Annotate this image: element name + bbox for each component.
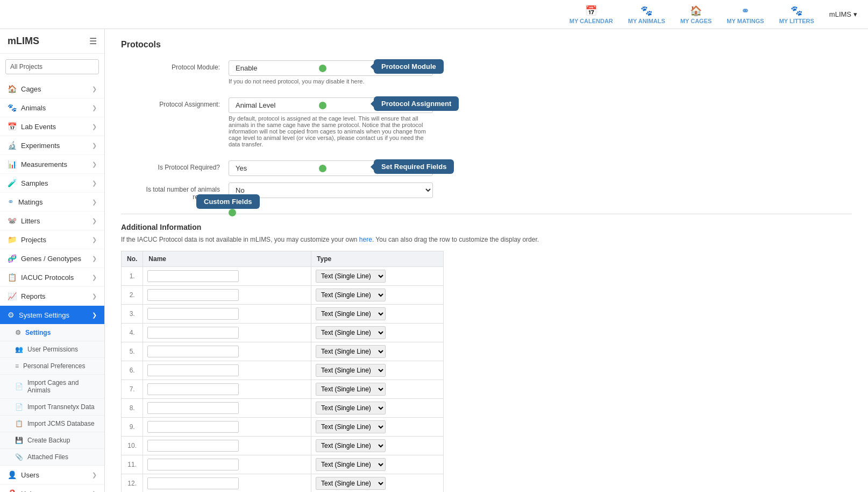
sub-item-label: Import JCMS Database (27, 420, 95, 427)
cell-name[interactable] (143, 399, 311, 418)
type-select[interactable]: Text (Single Line) Text (Multi Line) Num… (316, 458, 386, 471)
type-select[interactable]: Text (Single Line) Text (Multi Line) Num… (316, 420, 386, 433)
name-input[interactable] (147, 440, 239, 452)
cell-type[interactable]: Text (Single Line) Text (Multi Line) Num… (311, 474, 444, 493)
cell-type[interactable]: Text (Single Line) Text (Multi Line) Num… (311, 455, 444, 474)
name-input[interactable] (147, 346, 239, 357)
user-menu[interactable]: mLIMS ▾ (829, 10, 857, 18)
sub-item-import-cages-animals[interactable]: 📄 Import Cages and Animals (0, 375, 104, 399)
type-select[interactable]: Text (Single Line) Text (Multi Line) Num… (316, 289, 386, 301)
name-input[interactable] (147, 327, 239, 339)
hamburger-icon[interactable]: ☰ (89, 36, 97, 46)
cell-type[interactable]: Text (Single Line) Text (Multi Line) Num… (311, 418, 444, 437)
cell-name[interactable] (143, 380, 311, 399)
sub-item-import-jcms[interactable]: 📋 Import JCMS Database (0, 416, 104, 432)
settings-sub-icon: ⚙ (15, 329, 21, 336)
cell-name[interactable] (143, 474, 311, 493)
cell-name[interactable] (143, 267, 311, 286)
sidebar-item-matings[interactable]: ⚭ Matings ❯ (0, 193, 104, 212)
sidebar-item-projects[interactable]: 📁 Projects ❯ (0, 230, 104, 249)
sidebar-item-cages[interactable]: 🏠 Cages ❯ (0, 80, 104, 99)
import-cages-sub-icon: 📄 (15, 383, 23, 390)
cell-type[interactable]: Text (Single Line) Text (Multi Line) Num… (311, 437, 444, 455)
sidebar-item-help[interactable]: ❓ Help ❯ (0, 484, 104, 492)
cell-name[interactable] (143, 361, 311, 380)
sub-item-create-backup[interactable]: 💾 Create Backup (0, 432, 104, 449)
cell-no: 9. (122, 418, 143, 437)
cell-name[interactable] (143, 342, 311, 361)
name-input[interactable] (147, 402, 239, 414)
sidebar-item-litters[interactable]: 🐭 Litters ❯ (0, 212, 104, 230)
type-select[interactable]: Text (Single Line) Text (Multi Line) Num… (316, 326, 386, 339)
name-input[interactable] (147, 421, 239, 433)
sidebar-item-users[interactable]: 👤 Users ❯ (0, 466, 104, 484)
my-litters-nav[interactable]: 🐾 MY LITTERS (779, 5, 814, 24)
my-animals-nav[interactable]: 🐾 MY ANIMALS (628, 5, 665, 24)
name-input[interactable] (147, 477, 239, 489)
sidebar-item-label: Projects (21, 236, 46, 244)
project-selector[interactable]: All Projects (5, 59, 99, 74)
custom-fields-tooltip-container: Custom Fields (196, 198, 260, 213)
sidebar-item-iacuc-protocols[interactable]: 📋 IACUC Protocols ❯ (0, 268, 104, 287)
cell-type[interactable]: Text (Single Line) Text (Multi Line) Num… (311, 342, 444, 361)
sub-item-user-permissions[interactable]: 👥 User Permissions (0, 341, 104, 358)
type-select[interactable]: Text (Single Line) Text (Multi Line) Num… (316, 402, 386, 414)
chevron-down-icon: ❯ (92, 312, 97, 319)
cell-name[interactable] (143, 418, 311, 437)
measurements-sidebar-icon: 📊 (8, 160, 17, 168)
cell-type[interactable]: Text (Single Line) Text (Multi Line) Num… (311, 361, 444, 380)
sub-item-label: Import Transnetyx Data (27, 403, 95, 411)
sidebar-item-animals[interactable]: 🐾 Animals ❯ (0, 99, 104, 117)
type-select[interactable]: Text (Single Line) Text (Multi Line) Num… (316, 439, 386, 452)
cell-type[interactable]: Text (Single Line) Text (Multi Line) Num… (311, 380, 444, 399)
type-select[interactable]: Text (Single Line) Text (Multi Line) Num… (316, 364, 386, 377)
additional-info-hint-text: If the IACUC Protocol data is not availa… (121, 236, 359, 243)
type-select[interactable]: Text (Single Line) Text (Multi Line) Num… (316, 307, 386, 320)
cell-name[interactable] (143, 437, 311, 455)
table-header-row: No. Name Type (122, 251, 444, 267)
protocol-assignment-dot (319, 102, 326, 109)
type-select[interactable]: Text (Single Line) Text (Multi Line) Num… (316, 345, 386, 358)
type-select[interactable]: Text (Single Line) Text (Multi Line) Num… (316, 270, 386, 283)
my-calendar-nav[interactable]: 📅 MY CALENDAR (570, 5, 613, 24)
sidebar-item-genes-genotypes[interactable]: 🧬 Genes / Genotypes ❯ (0, 249, 104, 268)
sidebar-item-samples[interactable]: 🧪 Samples ❯ (0, 174, 104, 193)
cell-type[interactable]: Text (Single Line) Text (Multi Line) Num… (311, 399, 444, 418)
experiments-sidebar-icon: 🔬 (8, 141, 17, 150)
cell-name[interactable] (143, 324, 311, 342)
sidebar-item-lab-events[interactable]: 📅 Lab Events ❯ (0, 117, 104, 136)
cell-name[interactable] (143, 305, 311, 324)
type-select[interactable]: Text (Single Line) Text (Multi Line) Num… (316, 383, 386, 396)
chevron-right-icon: ❯ (92, 180, 97, 187)
sub-item-personal-preferences[interactable]: ≡ Personal Preferences (0, 358, 104, 375)
name-input[interactable] (147, 364, 239, 376)
sidebar-item-system-settings[interactable]: ⚙ System Settings ❯ (0, 306, 104, 325)
name-input[interactable] (147, 459, 239, 470)
cell-name[interactable] (143, 455, 311, 474)
sidebar-item-measurements[interactable]: 📊 Measurements ❯ (0, 155, 104, 174)
cell-name[interactable] (143, 286, 311, 305)
my-cages-nav[interactable]: 🏠 MY CAGES (680, 5, 712, 24)
name-input[interactable] (147, 270, 239, 282)
cell-type[interactable]: Text (Single Line) Text (Multi Line) Num… (311, 267, 444, 286)
sub-item-attached-files[interactable]: 📎 Attached Files (0, 449, 104, 466)
protocol-module-row: Protocol Module: Enable Disable If you d… (121, 60, 852, 85)
set-required-fields-tooltip: Set Required Fields (374, 159, 454, 174)
sub-item-import-transnetyx[interactable]: 📄 Import Transnetyx Data (0, 399, 104, 416)
sidebar-item-reports[interactable]: 📈 Reports ❯ (0, 287, 104, 306)
cell-no: 7. (122, 380, 143, 399)
sidebar-item-experiments[interactable]: 🔬 Experiments ❯ (0, 136, 104, 155)
cell-type[interactable]: Text (Single Line) Text (Multi Line) Num… (311, 286, 444, 305)
name-input[interactable] (147, 383, 239, 395)
name-input[interactable] (147, 308, 239, 320)
user-permissions-sub-icon: 👥 (15, 346, 23, 353)
type-select[interactable]: Text (Single Line) Text (Multi Line) Num… (316, 477, 386, 490)
table-row: 6. Text (Single Line) Text (Multi Line) … (122, 361, 444, 380)
my-matings-nav[interactable]: ⚭ MY MATINGS (727, 5, 764, 24)
name-input[interactable] (147, 289, 239, 301)
cell-no: 4. (122, 324, 143, 342)
cell-type[interactable]: Text (Single Line) Text (Multi Line) Num… (311, 305, 444, 324)
sub-item-settings[interactable]: ⚙ Settings (0, 325, 104, 341)
additional-info-link[interactable]: here (359, 236, 372, 243)
cell-type[interactable]: Text (Single Line) Text (Multi Line) Num… (311, 324, 444, 342)
